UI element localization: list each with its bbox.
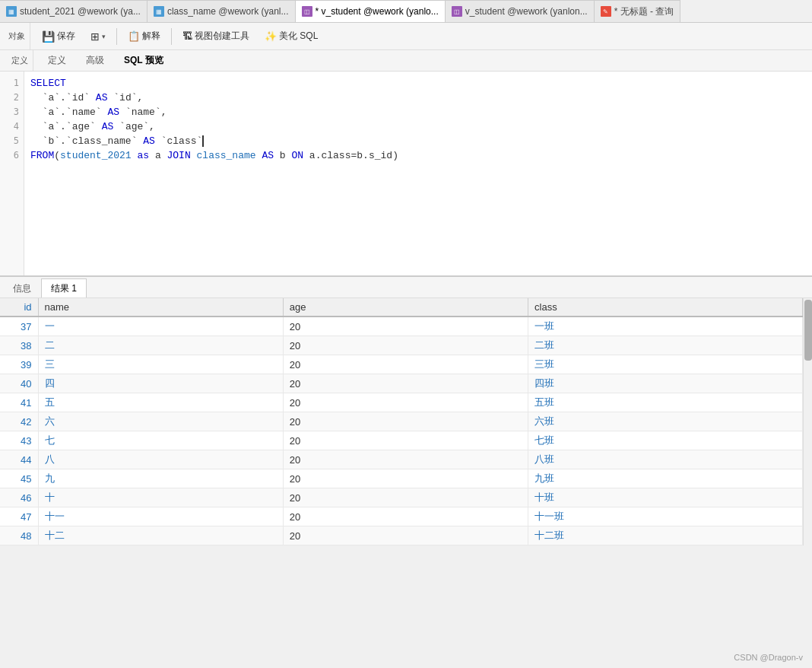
table-cell-id: 43 bbox=[0, 431, 38, 450]
explain-icon: 📋 bbox=[128, 30, 140, 42]
beautify-icon: ✨ bbox=[265, 30, 277, 42]
table-cell-age: 20 bbox=[283, 526, 528, 546]
table-cell-age: 20 bbox=[283, 450, 528, 469]
sql-line-1: SELECT bbox=[30, 76, 806, 91]
mode-tab-sql-preview[interactable]: SQL 预览 bbox=[116, 51, 172, 70]
table-cell-age: 20 bbox=[283, 507, 528, 526]
beautify-button[interactable]: ✨ 美化 SQL bbox=[258, 27, 325, 46]
view-creator-icon: 🏗 bbox=[182, 30, 192, 42]
table-cell-name: 六 bbox=[38, 412, 283, 431]
table-cell-name: 十 bbox=[38, 488, 283, 507]
table-cell-name: 九 bbox=[38, 469, 283, 488]
grid-icon: ⊞ bbox=[90, 30, 100, 43]
table-cell-id: 47 bbox=[0, 507, 38, 526]
table-cell-name: 二 bbox=[38, 336, 283, 355]
table-container: id name age class 37一20一班38二20二班39三20三班4… bbox=[0, 298, 812, 546]
table-cell-id: 40 bbox=[0, 374, 38, 393]
tab-classname[interactable]: ▦ class_name @wework (yanl... bbox=[147, 0, 296, 22]
view-icon: ◫ bbox=[302, 6, 312, 17]
tab-vstudent-active[interactable]: ◫ * v_student @wework (yanlo... bbox=[296, 0, 446, 23]
table-cell-age: 20 bbox=[283, 431, 528, 450]
tab-label: v_student @wework (yanlon... bbox=[465, 6, 588, 17]
sql-line-3: `a`.`name` AS `name`, bbox=[30, 105, 806, 119]
mode-tab-bar: 定义 定义 高级 SQL 预览 bbox=[0, 50, 812, 72]
table-cell-id: 44 bbox=[0, 450, 38, 469]
right-scrollbar[interactable] bbox=[803, 298, 812, 546]
table-cell-id: 45 bbox=[0, 469, 38, 488]
tab-bar: ▦ student_2021 @wework (ya... ▦ class_na… bbox=[0, 0, 812, 23]
table-row: 38二20二班 bbox=[0, 336, 803, 355]
sql-line-5: `b`.`class_name` AS `class` bbox=[30, 134, 806, 148]
table-cell-age: 20 bbox=[283, 393, 528, 412]
define-label-side: 定义 bbox=[6, 50, 33, 71]
table-cell-id: 37 bbox=[0, 317, 38, 336]
table-row: 37一20一班 bbox=[0, 317, 803, 336]
mode-tab-define[interactable]: 定义 bbox=[40, 51, 75, 70]
result-tab-bar: 信息 结果 1 bbox=[0, 277, 812, 298]
table-row: 44八20八班 bbox=[0, 450, 803, 469]
line-num: 6 bbox=[0, 148, 19, 163]
table-cell-class: 十班 bbox=[528, 488, 803, 507]
explain-button[interactable]: 📋 解释 bbox=[121, 27, 167, 46]
tab-label: * 无标题 - 查询 bbox=[614, 5, 674, 18]
sql-editor: 1 2 3 4 5 6 SELECT `a`.`id` AS `id`, `a`… bbox=[0, 72, 812, 277]
table-cell-id: 48 bbox=[0, 526, 38, 546]
table-cell-class: 七班 bbox=[528, 431, 803, 450]
table-cell-age: 20 bbox=[283, 317, 528, 336]
table-cell-age: 20 bbox=[283, 336, 528, 355]
table-icon: ▦ bbox=[6, 6, 17, 17]
table-cell-age: 20 bbox=[283, 355, 528, 374]
table-cell-age: 20 bbox=[283, 469, 528, 488]
table-cell-class: 十一班 bbox=[528, 507, 803, 526]
table-cell-class: 六班 bbox=[528, 412, 803, 431]
table-cell-class: 九班 bbox=[528, 469, 803, 488]
table-row: 46十20十班 bbox=[0, 488, 803, 507]
tab-label: student_2021 @wework (ya... bbox=[20, 6, 141, 17]
table-cell-id: 46 bbox=[0, 488, 38, 507]
table-row: 45九20九班 bbox=[0, 469, 803, 488]
sql-line-2: `a`.`id` AS `id`, bbox=[30, 91, 806, 105]
table-cell-id: 42 bbox=[0, 412, 38, 431]
table-cell-age: 20 bbox=[283, 412, 528, 431]
save-button[interactable]: 💾 保存 bbox=[35, 27, 82, 46]
col-header-class: class bbox=[528, 298, 803, 317]
table-cell-id: 38 bbox=[0, 336, 38, 355]
table-cell-name: 八 bbox=[38, 450, 283, 469]
scrollbar-thumb[interactable] bbox=[804, 300, 812, 361]
table-cell-id: 39 bbox=[0, 355, 38, 374]
mode-tab-advanced[interactable]: 高级 bbox=[78, 51, 113, 70]
view-creator-button[interactable]: 🏗 视图创建工具 bbox=[176, 27, 256, 46]
table-cell-class: 五班 bbox=[528, 393, 803, 412]
sql-line-6: FROM(student_2021 as a JOIN class_name A… bbox=[30, 148, 806, 163]
result-tab-info[interactable]: 信息 bbox=[3, 278, 41, 297]
table-row: 43七20七班 bbox=[0, 431, 803, 450]
col-header-age: age bbox=[283, 298, 528, 317]
table-row: 47十一20十一班 bbox=[0, 507, 803, 526]
toolbar-separator1 bbox=[116, 28, 117, 45]
line-numbers: 1 2 3 4 5 6 bbox=[0, 72, 24, 275]
sql-text-area[interactable]: SELECT `a`.`id` AS `id`, `a`.`name` AS `… bbox=[24, 72, 812, 275]
tab-vstudent2[interactable]: ◫ v_student @wework (yanlon... bbox=[446, 0, 595, 22]
table-cell-age: 20 bbox=[283, 488, 528, 507]
line-num: 3 bbox=[0, 105, 19, 119]
toolbar-separator2 bbox=[171, 28, 172, 45]
table-cell-class: 八班 bbox=[528, 450, 803, 469]
tab-query[interactable]: ✎ * 无标题 - 查询 bbox=[595, 0, 681, 22]
table-cell-class: 十二班 bbox=[528, 526, 803, 546]
data-table: id name age class 37一20一班38二20二班39三20三班4… bbox=[0, 298, 803, 546]
table-row: 42六20六班 bbox=[0, 412, 803, 431]
tab-label: class_name @wework (yanl... bbox=[167, 6, 289, 17]
col-header-id: id bbox=[0, 298, 38, 317]
table-cell-name: 五 bbox=[38, 393, 283, 412]
result-tab-result1[interactable]: 结果 1 bbox=[41, 278, 87, 297]
table-cell-class: 二班 bbox=[528, 336, 803, 355]
icon2-button[interactable]: ⊞ ▾ bbox=[84, 27, 113, 46]
table-cell-id: 41 bbox=[0, 393, 38, 412]
table-row: 39三20三班 bbox=[0, 355, 803, 374]
tab-student2021[interactable]: ▦ student_2021 @wework (ya... bbox=[0, 0, 147, 22]
result-panel: 信息 结果 1 id name age class 37一20一班38二20二班… bbox=[0, 277, 812, 546]
data-table-scroll[interactable]: id name age class 37一20一班38二20二班39三20三班4… bbox=[0, 298, 803, 546]
object-label: 对象 bbox=[3, 23, 30, 49]
table-cell-name: 七 bbox=[38, 431, 283, 450]
table-row: 41五20五班 bbox=[0, 393, 803, 412]
